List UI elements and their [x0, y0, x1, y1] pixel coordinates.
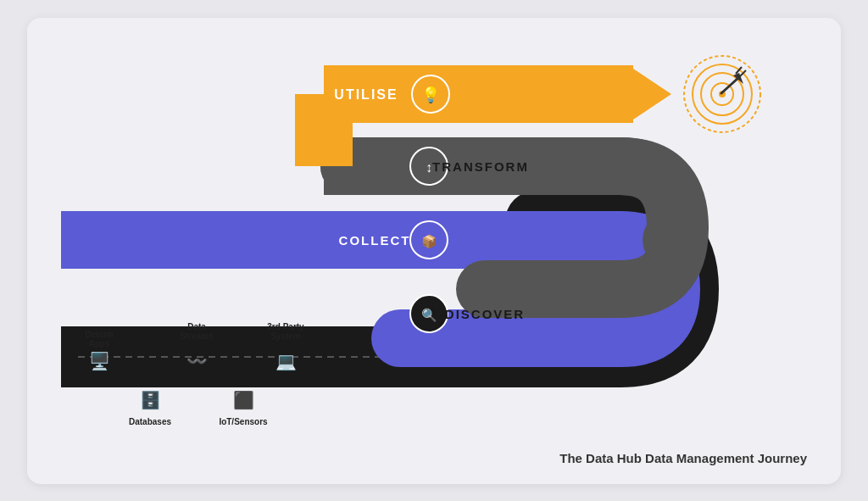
- svg-text:COLLECT: COLLECT: [339, 233, 411, 248]
- svg-text:Data: Data: [187, 322, 206, 331]
- main-card: 💡 UTILISE ↕ TRANSFORM 📦 COLLECT 🔍 DISCOV…: [27, 18, 841, 484]
- svg-text:↕: ↕: [426, 160, 432, 175]
- svg-text:💡: 💡: [421, 86, 441, 104]
- svg-text:Devum: Devum: [85, 330, 113, 339]
- svg-line-12: [721, 77, 739, 93]
- svg-text:IoT/Sensors: IoT/Sensors: [219, 417, 268, 426]
- svg-text:🗄️: 🗄️: [140, 390, 161, 410]
- svg-text:DISCOVER: DISCOVER: [445, 307, 525, 321]
- page-caption: The Data Hub Data Management Journey: [559, 451, 807, 465]
- svg-text:🖥️: 🖥️: [89, 351, 110, 371]
- svg-text:〰️: 〰️: [186, 351, 208, 371]
- svg-text:3rd Party: 3rd Party: [267, 322, 304, 331]
- svg-marker-6: [633, 69, 671, 120]
- svg-text:Apps: Apps: [89, 339, 110, 348]
- svg-text:TRANSFORM: TRANSFORM: [432, 159, 529, 174]
- svg-text:Databases: Databases: [129, 417, 171, 426]
- diagram: 💡 UTILISE ↕ TRANSFORM 📦 COLLECT 🔍 DISCOV…: [27, 18, 841, 484]
- svg-text:System: System: [270, 331, 301, 341]
- svg-text:📦: 📦: [421, 234, 437, 249]
- svg-text:⬛: ⬛: [233, 390, 254, 410]
- svg-text:🔍: 🔍: [421, 308, 437, 323]
- svg-text:UTILISE: UTILISE: [334, 87, 398, 102]
- svg-text:Streams: Streams: [180, 331, 214, 341]
- svg-text:💻: 💻: [275, 351, 297, 371]
